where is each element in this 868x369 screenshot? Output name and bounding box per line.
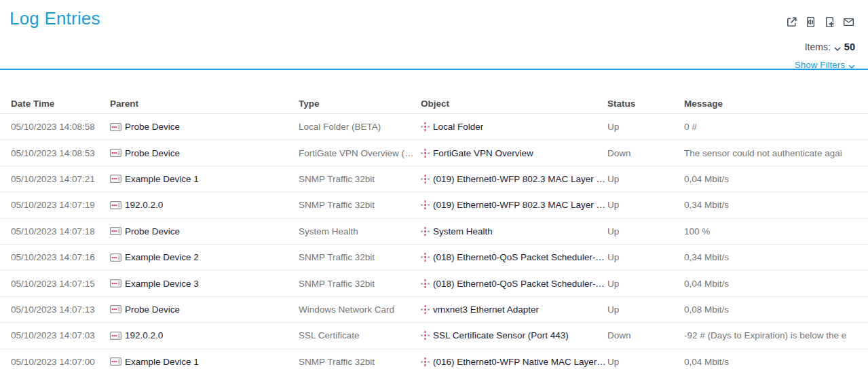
status-cell: Up — [607, 279, 684, 289]
table-row: 05/10/2023 14:07:13 Probe Device Windows… — [0, 297, 868, 323]
parent-link[interactable]: Example Device 1 — [110, 174, 299, 184]
parent-link[interactable]: Probe Device — [110, 226, 299, 236]
column-header-type[interactable]: Type — [299, 99, 421, 109]
parent-name: Example Device 2 — [125, 252, 199, 262]
sensor-icon — [421, 305, 430, 314]
object-name: (019) Ethernet0-WFP 802.3 MAC Layer … — [433, 174, 605, 184]
table-row: 05/10/2023 14:07:19 192.0.2.0 SNMP Traff… — [0, 192, 868, 218]
object-name: (018) Ethernet0-QoS Packet Scheduler-… — [433, 279, 605, 289]
object-link[interactable]: (019) Ethernet0-WFP 802.3 MAC Layer … — [421, 200, 607, 210]
datetime-cell: 05/10/2023 14:07:16 — [11, 252, 110, 262]
column-header-datetime[interactable]: Date Time — [11, 99, 110, 109]
object-name: (016) Ethernet0-WFP Native MAC Layer… — [433, 357, 606, 367]
object-name: System Health — [433, 226, 493, 236]
column-header-parent[interactable]: Parent — [110, 99, 299, 109]
object-link[interactable]: FortiGate VPN Overview — [421, 148, 607, 158]
table-row: 05/10/2023 14:07:03 192.0.2.0 SSL Certif… — [0, 323, 868, 349]
object-name: (019) Ethernet0-WFP 802.3 MAC Layer … — [433, 200, 605, 210]
type-cell: System Health — [299, 226, 421, 236]
add-file-icon[interactable] — [823, 16, 836, 29]
show-filters-toggle[interactable]: Show Filters — [795, 59, 855, 71]
sensor-icon — [421, 200, 430, 209]
status-cell: Up — [607, 304, 684, 315]
type-cell: Local Folder (BETA) — [299, 122, 421, 132]
object-link[interactable]: Local Folder — [421, 122, 607, 132]
device-icon — [110, 201, 121, 209]
items-count-value: 50 — [844, 41, 855, 52]
table-header-row: Date Time Parent Type Object Status Mess… — [0, 93, 868, 114]
object-link[interactable]: (018) Ethernet0-QoS Packet Scheduler-… — [421, 252, 607, 262]
datetime-cell: 05/10/2023 14:07:19 — [11, 200, 110, 210]
page-header: Log Entries — [0, 0, 868, 70]
email-icon[interactable] — [842, 16, 855, 29]
parent-link[interactable]: Example Device 3 — [110, 279, 299, 289]
message-cell: 0,04 Mbit/s — [684, 279, 868, 289]
message-cell: 0 # — [684, 122, 868, 132]
object-link[interactable]: (016) Ethernet0-WFP Native MAC Layer… — [421, 357, 607, 367]
object-link[interactable]: System Health — [421, 226, 607, 236]
status-cell: Down — [607, 330, 684, 340]
show-filters-label: Show Filters — [795, 60, 845, 70]
message-cell: 0,34 Mbit/s — [684, 252, 868, 262]
object-link[interactable]: (018) Ethernet0-QoS Packet Scheduler-… — [421, 279, 607, 289]
sensor-icon — [421, 331, 430, 340]
status-cell: Down — [607, 148, 684, 158]
xml-export-icon[interactable] — [804, 16, 817, 29]
object-link[interactable]: (019) Ethernet0-WFP 802.3 MAC Layer … — [421, 174, 607, 184]
parent-link[interactable]: Example Device 1 — [110, 357, 299, 367]
object-link[interactable]: SSL Certificate Sensor (Port 443) — [421, 330, 607, 340]
table-row: 05/10/2023 14:07:21 Example Device 1 SNM… — [0, 166, 868, 192]
datetime-cell: 05/10/2023 14:07:21 — [11, 174, 110, 184]
object-link[interactable]: vmxnet3 Ethernet Adapter — [421, 304, 607, 315]
status-cell: Up — [607, 357, 684, 367]
message-cell: The sensor could not authenticate agai — [684, 148, 868, 158]
sensor-icon — [421, 149, 430, 158]
sensor-icon — [421, 227, 430, 236]
object-name: Local Folder — [433, 122, 483, 132]
datetime-cell: 05/10/2023 14:08:58 — [11, 122, 110, 132]
column-header-message[interactable]: Message — [684, 99, 868, 109]
datetime-cell: 05/10/2023 14:08:53 — [11, 148, 110, 158]
parent-link[interactable]: Probe Device — [110, 148, 299, 158]
parent-link[interactable]: 192.0.2.0 — [110, 330, 299, 340]
sensor-icon — [421, 357, 430, 366]
parent-link[interactable]: Probe Device — [110, 304, 299, 315]
log-table-body: 05/10/2023 14:08:58 Probe Device Local F… — [0, 114, 868, 369]
message-cell: 0,04 Mbit/s — [684, 174, 868, 184]
table-row: 05/10/2023 14:07:16 Example Device 2 SNM… — [0, 245, 868, 270]
items-per-page-control[interactable]: Items: 50 — [805, 41, 855, 53]
device-icon — [110, 175, 121, 183]
type-cell: SNMP Traffic 32bit — [299, 357, 421, 367]
type-cell: FortiGate VPN Overview (… — [299, 148, 421, 158]
parent-name: Probe Device — [125, 304, 180, 315]
object-name: SSL Certificate Sensor (Port 443) — [433, 330, 569, 340]
table-row: 05/10/2023 14:07:00 Example Device 1 SNM… — [0, 349, 868, 369]
external-link-icon[interactable] — [785, 16, 798, 29]
parent-link[interactable]: 192.0.2.0 — [110, 200, 299, 210]
table-row: 05/10/2023 14:07:18 Probe Device System … — [0, 219, 868, 245]
parent-name: Probe Device — [125, 148, 180, 158]
message-cell: 100 % — [684, 226, 868, 236]
parent-name: Probe Device — [125, 122, 180, 132]
status-cell: Up — [607, 200, 684, 210]
sensor-icon — [421, 253, 430, 262]
column-header-object[interactable]: Object — [421, 99, 607, 109]
log-entries-table: Date Time Parent Type Object Status Mess… — [0, 93, 868, 369]
sensor-icon — [421, 175, 430, 183]
datetime-cell: 05/10/2023 14:07:15 — [11, 279, 110, 289]
device-icon — [110, 305, 121, 313]
device-icon — [110, 149, 121, 157]
type-cell: SSL Certificate — [299, 330, 421, 340]
header-toolbar — [785, 16, 855, 29]
items-label: Items: — [805, 41, 831, 52]
sensor-icon — [421, 122, 430, 131]
table-row: 05/10/2023 14:08:58 Probe Device Local F… — [0, 114, 868, 140]
type-cell: Windows Network Card — [299, 304, 421, 315]
parent-link[interactable]: Probe Device — [110, 122, 299, 132]
type-cell: SNMP Traffic 32bit — [299, 174, 421, 184]
status-cell: Up — [607, 226, 684, 236]
column-header-status[interactable]: Status — [607, 99, 684, 109]
datetime-cell: 05/10/2023 14:07:13 — [11, 304, 110, 315]
parent-name: 192.0.2.0 — [125, 200, 163, 210]
parent-link[interactable]: Example Device 2 — [110, 252, 299, 262]
